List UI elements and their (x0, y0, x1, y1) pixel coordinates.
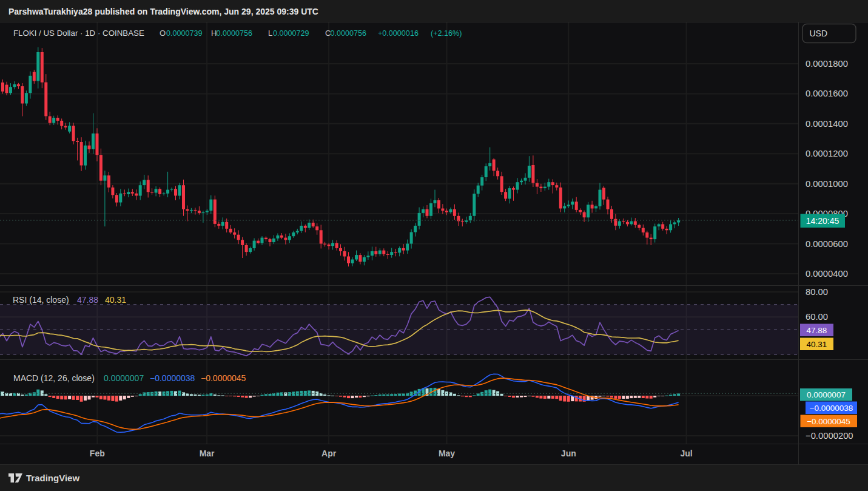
svg-text:80.00: 80.00 (806, 287, 828, 297)
svg-text:0.0001800: 0.0001800 (806, 59, 848, 69)
svg-text:May: May (439, 449, 455, 458)
svg-text:0.0001400: 0.0001400 (806, 119, 848, 129)
svg-text:60.00: 60.00 (806, 312, 828, 322)
svg-text:−0.0000200: −0.0000200 (806, 431, 853, 441)
svg-text:Jul: Jul (680, 449, 692, 458)
svg-text:0.0000007: 0.0000007 (807, 390, 846, 399)
svg-text:0.0001200: 0.0001200 (806, 149, 848, 158)
svg-text:0.0000007: 0.0000007 (104, 373, 144, 383)
svg-text:RSI (14, close): RSI (14, close) (13, 295, 69, 305)
svg-text:0.0000400: 0.0000400 (806, 269, 848, 279)
svg-text:Feb: Feb (90, 449, 105, 458)
svg-text:L: L (268, 29, 272, 38)
svg-text:0.0000739: 0.0000739 (166, 29, 203, 38)
svg-text:−0.0000038: −0.0000038 (810, 404, 853, 413)
svg-text:47.88: 47.88 (77, 295, 98, 305)
svg-text:0.0001000: 0.0001000 (806, 179, 848, 189)
svg-text:0.0000600: 0.0000600 (806, 239, 848, 249)
svg-text:−0.0000045: −0.0000045 (201, 373, 246, 383)
svg-text:14:20:45: 14:20:45 (806, 216, 839, 226)
svg-text:40.31: 40.31 (807, 340, 827, 349)
svg-text:0.0000729: 0.0000729 (273, 29, 309, 38)
svg-text:47.88: 47.88 (807, 326, 827, 335)
svg-text:0.0000756: 0.0000756 (331, 29, 367, 38)
svg-text:Jun: Jun (561, 449, 576, 458)
svg-text:TradingView: TradingView (26, 473, 79, 483)
svg-text:+0.0000016: +0.0000016 (378, 29, 419, 38)
svg-text:40.31: 40.31 (105, 295, 126, 305)
svg-text:FLOKI / US Dollar · 1D · COINB: FLOKI / US Dollar · 1D · COINBASE (13, 29, 144, 38)
svg-text:−0.0000038: −0.0000038 (150, 373, 195, 383)
svg-text:MACD (12, 26, close): MACD (12, 26, close) (13, 373, 95, 383)
svg-text:0.0001600: 0.0001600 (806, 89, 848, 98)
svg-text:(+2.16%): (+2.16%) (431, 29, 462, 38)
svg-text:0.0000756: 0.0000756 (217, 29, 253, 38)
svg-text:Apr: Apr (321, 449, 337, 458)
svg-text:O: O (160, 29, 166, 38)
svg-text:−0.0000045: −0.0000045 (807, 417, 850, 426)
svg-text:Mar: Mar (200, 449, 215, 458)
svg-text:USD: USD (810, 29, 828, 38)
